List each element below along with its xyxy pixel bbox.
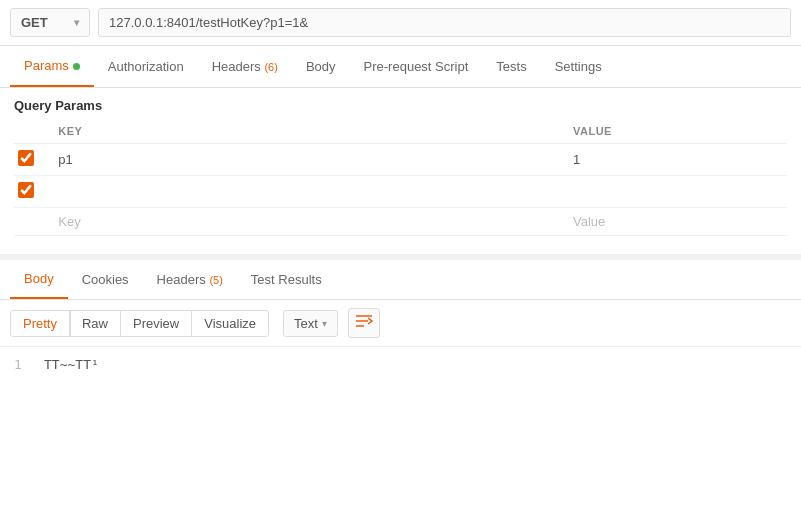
placeholder-key[interactable]: Key — [50, 208, 565, 236]
row1-key[interactable]: p1 — [50, 144, 565, 176]
response-tab-headers[interactable]: Headers (5) — [143, 261, 237, 298]
text-type-dropdown[interactable]: Text ▾ — [283, 310, 338, 337]
table-row-placeholder: Key Value — [14, 208, 787, 236]
visualize-button[interactable]: Visualize — [192, 311, 268, 336]
query-params-title: Query Params — [14, 98, 787, 113]
col-key-header: KEY — [50, 119, 565, 144]
text-dropdown-arrow: ▾ — [322, 318, 327, 329]
row1-check-cell — [14, 144, 50, 176]
row2-check-cell — [14, 176, 50, 208]
tab-headers[interactable]: Headers (6) — [198, 47, 292, 86]
response-tab-cookies[interactable]: Cookies — [68, 261, 143, 298]
url-input[interactable] — [98, 8, 791, 37]
query-params-section: Query Params KEY VALUE p1 1 — [0, 88, 801, 236]
tab-prerequest[interactable]: Pre-request Script — [350, 47, 483, 86]
col-check — [14, 119, 50, 144]
format-toolbar: Pretty Raw Preview Visualize Text ▾ — [0, 300, 801, 347]
text-dropdown-label: Text — [294, 316, 318, 331]
placeholder-value[interactable]: Value — [565, 208, 787, 236]
row1-value[interactable]: 1 — [565, 144, 787, 176]
row1-checkbox[interactable] — [18, 150, 34, 166]
row2-key[interactable] — [50, 176, 565, 208]
tab-settings[interactable]: Settings — [541, 47, 616, 86]
response-content: TT~~TT¹ — [44, 357, 99, 372]
table-row: p1 1 — [14, 144, 787, 176]
line-number: 1 — [14, 357, 30, 372]
tab-params[interactable]: Params — [10, 46, 94, 87]
method-label: GET — [21, 15, 48, 30]
tab-body-request[interactable]: Body — [292, 47, 350, 86]
params-table: KEY VALUE p1 1 — [14, 119, 787, 236]
url-bar: GET ▾ — [0, 0, 801, 46]
table-row — [14, 176, 787, 208]
row2-checkbox[interactable] — [18, 182, 34, 198]
params-dot — [73, 63, 80, 70]
tab-tests[interactable]: Tests — [482, 47, 540, 86]
method-arrow: ▾ — [74, 17, 79, 28]
pretty-button[interactable]: Pretty — [11, 311, 70, 336]
response-tab-body[interactable]: Body — [10, 260, 68, 299]
format-group: Pretty Raw Preview Visualize — [10, 310, 269, 337]
response-body: 1 TT~~TT¹ — [0, 347, 801, 382]
method-select[interactable]: GET ▾ — [10, 8, 90, 37]
col-value-header: VALUE — [565, 119, 787, 144]
wrap-icon-button[interactable] — [348, 308, 380, 338]
placeholder-check-cell — [14, 208, 50, 236]
tab-authorization[interactable]: Authorization — [94, 47, 198, 86]
response-tab-test-results[interactable]: Test Results — [237, 261, 336, 298]
response-tabs-bar: Body Cookies Headers (5) Test Results — [0, 260, 801, 300]
raw-button[interactable]: Raw — [70, 311, 121, 336]
request-tabs-bar: Params Authorization Headers (6) Body Pr… — [0, 46, 801, 88]
row2-value[interactable] — [565, 176, 787, 208]
wrap-icon-symbol — [354, 313, 374, 333]
preview-button[interactable]: Preview — [121, 311, 192, 336]
